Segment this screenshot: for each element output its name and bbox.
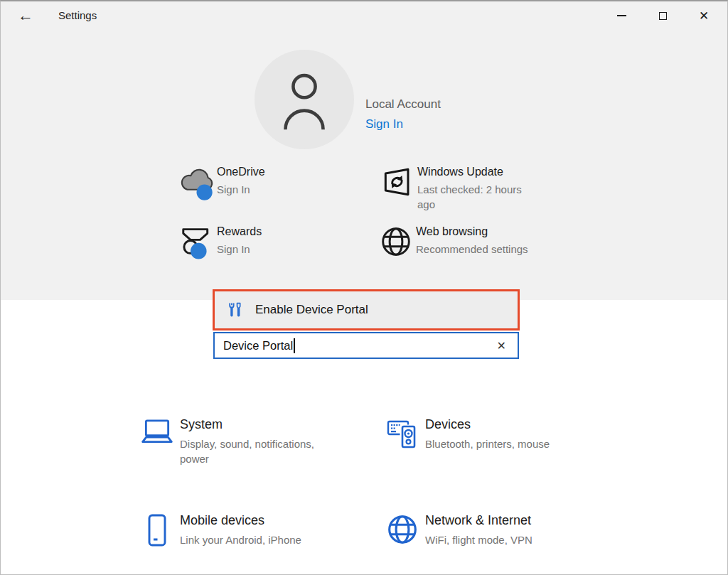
account-info: Local Account Sign In bbox=[365, 97, 441, 131]
back-button[interactable]: ← bbox=[14, 4, 38, 28]
category-system[interactable]: System Display, sound, notifications, po… bbox=[137, 417, 338, 466]
windows-update-icon bbox=[378, 166, 417, 212]
maximize-button[interactable] bbox=[642, 1, 683, 30]
minimize-button[interactable] bbox=[601, 1, 642, 30]
quick-item-title: Web browsing bbox=[416, 225, 528, 238]
keyboard-speaker-icon bbox=[382, 417, 422, 451]
quick-item-text: Web browsing Recommended settings bbox=[416, 225, 528, 258]
category-subtitle: Bluetooth, printers, mouse bbox=[425, 436, 583, 451]
category-title: Mobile devices bbox=[180, 513, 338, 528]
search-query-text: Device Portal bbox=[223, 339, 293, 353]
globe-icon bbox=[376, 225, 416, 258]
close-icon: ✕ bbox=[699, 10, 709, 22]
minimize-icon bbox=[617, 15, 626, 16]
account-name: Local Account bbox=[365, 97, 441, 112]
category-subtitle: WiFi, flight mode, VPN bbox=[425, 532, 583, 547]
developer-tools-icon bbox=[227, 301, 243, 318]
category-text: Devices Bluetooth, printers, mouse bbox=[425, 417, 583, 451]
category-text: Network & Internet WiFi, flight mode, VP… bbox=[425, 513, 583, 547]
category-subtitle: Link your Android, iPhone bbox=[180, 532, 338, 547]
suggestion-label: Enable Device Portal bbox=[255, 303, 368, 317]
settings-window: ← Settings ✕ Local Account Sign In OneDr… bbox=[0, 0, 728, 575]
onedrive-cloud-icon bbox=[177, 166, 217, 203]
category-title: System bbox=[180, 417, 338, 432]
category-subtitle: Display, sound, notifications, power bbox=[180, 436, 338, 466]
quick-item-subtitle: Sign In bbox=[217, 182, 329, 197]
laptop-icon bbox=[137, 417, 177, 466]
person-icon bbox=[281, 68, 328, 131]
quick-item-title: OneDrive bbox=[217, 166, 329, 178]
globe-icon bbox=[382, 513, 422, 547]
category-devices[interactable]: Devices Bluetooth, printers, mouse bbox=[382, 417, 583, 451]
rewards-medal-icon bbox=[177, 225, 217, 262]
quick-item-subtitle: Last checked: 2 hours ago bbox=[417, 182, 530, 212]
category-mobile-devices[interactable]: Mobile devices Link your Android, iPhone bbox=[137, 513, 338, 547]
category-title: Devices bbox=[425, 417, 583, 432]
back-arrow-icon: ← bbox=[18, 6, 33, 25]
quick-item-text: Windows Update Last checked: 2 hours ago bbox=[417, 166, 530, 212]
window-controls: ✕ bbox=[601, 1, 724, 30]
search-suggestion-enable-device-portal[interactable]: Enable Device Portal bbox=[213, 289, 520, 331]
titlebar: ← Settings ✕ bbox=[1, 1, 727, 30]
quick-item-windows-update[interactable]: Windows Update Last checked: 2 hours ago bbox=[378, 166, 530, 212]
header-panel bbox=[1, 1, 727, 300]
close-button[interactable]: ✕ bbox=[683, 1, 724, 30]
category-network-internet[interactable]: Network & Internet WiFi, flight mode, VP… bbox=[382, 513, 583, 547]
text-caret bbox=[294, 338, 295, 353]
quick-item-title: Windows Update bbox=[417, 166, 530, 178]
quick-item-rewards[interactable]: Rewards Sign In bbox=[177, 225, 329, 262]
window-title: Settings bbox=[58, 1, 97, 30]
quick-item-text: Rewards Sign In bbox=[217, 225, 329, 262]
phone-icon bbox=[137, 513, 177, 547]
quick-item-text: OneDrive Sign In bbox=[217, 166, 329, 203]
account-sign-in-link[interactable]: Sign In bbox=[365, 117, 441, 131]
search-input[interactable]: Device Portal ✕ bbox=[213, 332, 519, 359]
avatar[interactable] bbox=[255, 50, 354, 149]
category-text: System Display, sound, notifications, po… bbox=[180, 417, 338, 466]
quick-item-subtitle: Sign In bbox=[217, 242, 329, 257]
quick-item-onedrive[interactable]: OneDrive Sign In bbox=[177, 166, 329, 203]
quick-item-title: Rewards bbox=[217, 225, 329, 238]
quick-item-subtitle: Recommended settings bbox=[416, 242, 528, 257]
category-text: Mobile devices Link your Android, iPhone bbox=[180, 513, 338, 547]
quick-item-web-browsing[interactable]: Web browsing Recommended settings bbox=[376, 225, 528, 258]
maximize-icon bbox=[659, 12, 667, 20]
category-title: Network & Internet bbox=[425, 513, 583, 528]
clear-search-icon[interactable]: ✕ bbox=[494, 338, 509, 354]
